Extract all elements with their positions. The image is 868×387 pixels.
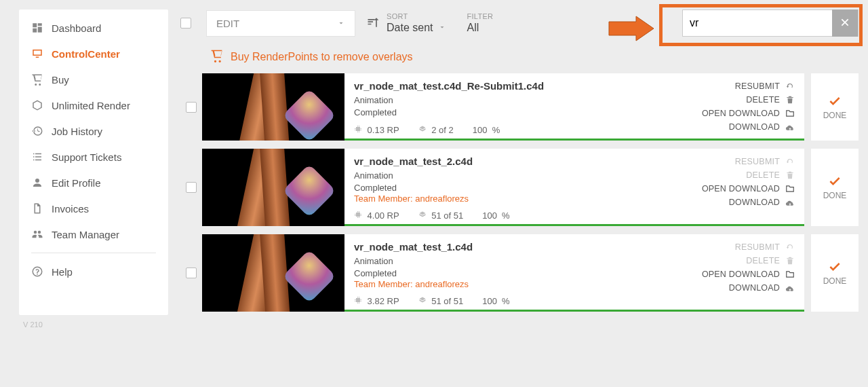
- sidebar-item-label: Dashboard: [52, 22, 101, 34]
- cart-icon: [210, 49, 224, 65]
- list-icon: [31, 151, 43, 163]
- job-checkbox-cell: [180, 234, 202, 312]
- sidebar-item-support-tickets[interactable]: Support Tickets: [19, 144, 168, 170]
- sort-dropdown[interactable]: SORT Date sent: [387, 12, 446, 34]
- sidebar-item-invoices[interactable]: Invoices: [19, 196, 168, 221]
- job-status: Completed: [354, 107, 659, 119]
- sidebar-item-help[interactable]: Help: [19, 259, 168, 284]
- done-label: DONE: [823, 191, 847, 200]
- open-download-button[interactable]: OPEN DOWNLOAD: [702, 109, 795, 118]
- svg-marker-0: [609, 16, 654, 41]
- edit-dropdown[interactable]: EDIT: [206, 10, 355, 37]
- delete-button[interactable]: DELETE: [746, 95, 795, 105]
- sidebar-item-label: Invoices: [52, 203, 89, 215]
- sidebar-item-label: Unlimited Render: [52, 100, 130, 111]
- job-stats: 4.00 RP 51 of 51100 %: [354, 210, 659, 221]
- job-percent: 100 %: [482, 296, 509, 306]
- open-download-button[interactable]: OPEN DOWNLOAD: [702, 270, 795, 279]
- sort-value: Date sent: [387, 22, 433, 34]
- search-input[interactable]: [683, 17, 832, 29]
- resubmit-button[interactable]: RESUBMIT: [735, 81, 795, 91]
- sidebar-item-edit-profile[interactable]: Edit Profile: [19, 170, 168, 196]
- sidebar-item-label: Team Manager: [52, 229, 119, 240]
- job-title: vr_node_mat_test.c4d_Re-Submit1.c4d: [354, 80, 659, 92]
- job-percent: 100 %: [482, 210, 509, 221]
- progress-bar: [344, 224, 804, 226]
- sidebar-item-label: Help: [52, 266, 73, 278]
- grid-icon: [31, 22, 43, 34]
- chevron-down-icon: [337, 18, 345, 29]
- done-label: DONE: [823, 111, 847, 120]
- job-status: Completed: [354, 268, 659, 280]
- job-type: Animation: [354, 255, 659, 268]
- chevron-down-icon: [438, 22, 446, 34]
- job-info: vr_node_mat_test_1.c4dAnimationCompleted…: [344, 234, 669, 312]
- job-checkbox[interactable]: [186, 268, 197, 278]
- job-actions: RESUBMITDELETEOPEN DOWNLOADDOWNLOAD: [669, 73, 804, 141]
- sort-direction-icon[interactable]: [366, 16, 380, 31]
- sidebar-item-dashboard[interactable]: Dashboard: [19, 15, 168, 41]
- cube-icon: [31, 99, 43, 111]
- download-button[interactable]: DOWNLOAD: [729, 283, 795, 293]
- open-download-button[interactable]: OPEN DOWNLOAD: [702, 184, 795, 194]
- job-card: vr_node_mat_test_1.c4dAnimationCompleted…: [202, 234, 804, 312]
- job-checkbox-cell: [180, 149, 202, 226]
- annotation-arrow: [608, 14, 655, 43]
- job-status: Completed: [354, 182, 659, 194]
- sidebar-item-job-history[interactable]: Job History: [19, 118, 168, 144]
- job-row: vr_node_mat_test.c4d_Re-Submit1.c4dAnima…: [180, 73, 859, 141]
- job-checkbox-cell: [180, 73, 202, 141]
- check-icon: [828, 260, 842, 274]
- progress-bar: [344, 310, 804, 312]
- close-icon: [840, 17, 850, 30]
- search-clear-button[interactable]: [832, 10, 858, 37]
- done-tile: DONE: [811, 149, 859, 226]
- resubmit-button[interactable]: RESUBMIT: [735, 157, 795, 166]
- sidebar-item-controlcenter[interactable]: ControlCenter: [19, 41, 168, 67]
- resubmit-button[interactable]: RESUBMIT: [735, 242, 795, 252]
- job-checkbox[interactable]: [186, 102, 197, 113]
- check-icon: [828, 174, 842, 188]
- check-icon: [828, 94, 842, 108]
- progress-bar: [344, 139, 804, 141]
- job-card: vr_node_mat_test.c4d_Re-Submit1.c4dAnima…: [202, 73, 804, 141]
- job-thumbnail[interactable]: [202, 149, 344, 226]
- buy-banner-text: Buy RenderPoints to remove overlays: [231, 51, 413, 63]
- search-box: [682, 10, 859, 37]
- sidebar-item-buy[interactable]: Buy: [19, 67, 168, 92]
- download-button[interactable]: DOWNLOAD: [729, 198, 795, 207]
- download-button[interactable]: DOWNLOAD: [729, 122, 795, 132]
- job-rp: 4.00 RP: [354, 210, 399, 221]
- sidebar-item-label: Support Tickets: [52, 151, 121, 163]
- delete-button[interactable]: DELETE: [746, 256, 795, 265]
- job-thumbnail[interactable]: [202, 73, 344, 141]
- select-all-checkbox[interactable]: [180, 18, 191, 29]
- job-stats: 3.82 RP 51 of 51100 %: [354, 296, 659, 306]
- buy-renderpoints-link[interactable]: Buy RenderPoints to remove overlays: [210, 49, 859, 65]
- job-frames: 51 of 51: [418, 210, 464, 221]
- sidebar-item-unlimited-render[interactable]: Unlimited Render: [19, 92, 168, 118]
- job-actions: RESUBMITDELETEOPEN DOWNLOADDOWNLOAD: [669, 149, 804, 226]
- filter-label: FILTER: [467, 12, 493, 20]
- filter-dropdown[interactable]: FILTER All: [467, 12, 493, 34]
- job-frames: 2 of 2: [418, 125, 454, 135]
- job-list: vr_node_mat_test.c4d_Re-Submit1.c4dAnima…: [180, 73, 859, 312]
- sidebar-item-label: Buy: [52, 74, 69, 86]
- help-icon: [31, 265, 43, 278]
- job-row: vr_node_mat_test_2.c4dAnimationCompleted…: [180, 149, 859, 226]
- job-info: vr_node_mat_test_2.c4dAnimationCompleted…: [344, 149, 669, 226]
- sidebar-item-label: ControlCenter: [52, 48, 120, 60]
- job-rp: 3.82 RP: [354, 296, 399, 306]
- job-thumbnail[interactable]: [202, 234, 344, 312]
- sidebar-item-label: Edit Profile: [52, 177, 101, 189]
- job-title: vr_node_mat_test_1.c4d: [354, 241, 659, 253]
- sidebar: DashboardControlCenterBuyUnlimited Rende…: [19, 10, 168, 315]
- separator: [31, 253, 156, 253]
- delete-button[interactable]: DELETE: [746, 170, 795, 180]
- user-icon: [31, 177, 43, 189]
- done-tile: DONE: [811, 234, 859, 312]
- job-checkbox[interactable]: [186, 182, 197, 193]
- sidebar-item-team-manager[interactable]: Team Manager: [19, 221, 168, 247]
- job-percent: 100 %: [473, 125, 500, 135]
- edit-label: EDIT: [216, 18, 239, 29]
